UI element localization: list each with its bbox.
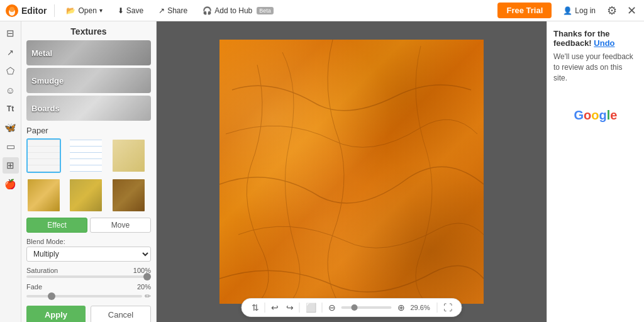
fullscreen-icon: ⛶ [443,303,452,313]
toolbar-divider-3 [322,303,323,313]
fade-slider-container: ✏ [26,292,151,301]
canvas-image[interactable] [219,40,484,304]
zoom-out-icon: ⊖ [328,303,336,313]
main-area: ⊟ ↗ ⬠ ☺ Tt 🦋 ▭ ⊞ 🍎 Textures [0,21,644,322]
pencil-icon[interactable]: ✏ [145,292,151,301]
texture-paper-brown[interactable] [111,178,146,213]
fade-slider[interactable] [26,295,142,297]
toolbar-divider-4 [437,303,438,313]
feedback-title: Thanks for the feedback! Undo [553,29,615,48]
left-toolbar: ⊟ ↗ ⬠ ☺ Tt 🦋 ▭ ⊞ 🍎 [0,21,21,322]
lasso-tool[interactable]: ⬠ [3,63,19,79]
close-button[interactable]: ✕ [625,3,639,19]
transform-tool[interactable]: ↗ [3,44,19,60]
zoom-label: 29.6% [411,304,433,311]
zoom-out-button[interactable]: ⊖ [326,301,338,314]
lasso-icon: ⬠ [6,65,14,77]
redo-button[interactable]: ↪ [284,301,296,314]
sidebar-panel: Textures Metal Smudge Boards Paper [21,21,157,322]
feedback-card: Thanks for the feedback! Undo We'll use … [553,29,638,83]
crop-button[interactable]: ⬜ [304,301,318,314]
undo-button[interactable]: ↩ [269,301,280,314]
divider-1 [54,4,55,17]
hub-icon: 🎧 [203,6,212,15]
texture-category-boards[interactable]: Boards [26,96,151,121]
bottom-toolbar: ⇅ ↩ ↪ ⬜ ⊖ ⊕ 29.6% ⛶ [242,298,462,317]
cancel-button[interactable]: Cancel [91,306,151,322]
paper-white-preview [28,140,60,172]
save-icon: ⬇ [118,6,124,15]
blend-mode-select[interactable]: Multiply Normal Screen Overlay [26,247,151,262]
texture-paper-gold2[interactable] [69,178,103,213]
texture-tool[interactable]: ⊞ [3,157,19,174]
undo-icon: ↩ [271,303,279,313]
fade-label-row: Fade 20% [26,283,151,291]
settings-button[interactable]: ⚙ [604,3,619,19]
toolbar-divider-1 [265,303,265,313]
app-logo: Editor [5,4,47,18]
texture-paper-gold1[interactable] [26,178,61,213]
beta-badge: Beta [257,7,274,14]
texture-category-metal[interactable]: Metal [26,40,151,65]
texture-category-smudge[interactable]: Smudge [26,68,151,93]
share-icon: ↗ [158,6,165,15]
texture-paper-grid[interactable] [69,138,103,173]
texture-paper-white[interactable] [26,138,61,173]
text-tool[interactable]: Tt [3,101,19,117]
tab-move[interactable]: Move [90,218,151,233]
paper-brown-preview [113,179,145,211]
zoom-in-button[interactable]: ⊕ [396,301,407,314]
feedback-body: We'll use your feedback to review ads on… [553,52,638,83]
adjustments-tool[interactable]: ⊟ [3,25,19,42]
topbar-right: 👤 Log in ⚙ ✕ [559,3,639,19]
blend-mode-control: Blend Mode: Multiply Normal Screen Overl… [26,238,151,262]
action-buttons: Apply Cancel [26,306,151,322]
texture-grid-row1 [26,138,151,173]
paper-gold1-preview [28,179,60,211]
app-name: Editor [21,6,47,16]
google-logo: Google [553,108,638,123]
redo-icon: ↪ [286,303,294,313]
fade-control: Fade 20% ✏ [26,283,151,301]
sidebar-scroll[interactable]: Metal Smudge Boards Paper [21,40,156,322]
saturation-control: Saturation 100% [26,267,151,278]
fade-value: 20% [137,283,151,291]
arrow-icon: ↗ [7,48,14,57]
fullscreen-button[interactable]: ⛶ [441,301,454,314]
effects-tool[interactable]: 🦋 [3,119,19,136]
saturation-slider-container [26,275,151,278]
share-button[interactable]: ↗ Share [155,4,191,17]
fade-label: Fade [26,283,42,291]
sticker-tool[interactable]: 🍎 [3,176,19,192]
sort-button[interactable]: ⇅ [250,301,261,314]
texture-overlay [219,40,484,304]
zoom-in-icon: ⊕ [397,303,405,313]
text-icon: Tt [7,104,14,113]
frame-tool[interactable]: ▭ [3,138,19,155]
paper-grid-preview [70,140,102,172]
crop-icon: ⬜ [306,303,316,313]
toolbar-divider-2 [299,303,300,313]
zoom-slider[interactable] [341,306,392,309]
login-button[interactable]: 👤 Log in [559,4,599,17]
texture-paper-cream[interactable] [111,138,146,173]
save-button[interactable]: ⬇ Save [114,4,147,17]
close-icon: ✕ [627,4,636,17]
open-button[interactable]: 📂 Open ▾ [62,4,106,17]
add-to-hub-button[interactable]: 🎧 Add to Hub Beta [199,4,277,17]
topbar: Editor 📂 Open ▾ ⬇ Save ↗ Share 🎧 Add to … [0,0,644,21]
tab-effect[interactable]: Effect [26,218,87,233]
svg-point-2 [9,7,14,12]
right-panel: Thanks for the feedback! Undo We'll use … [547,21,644,322]
paper-label: Paper [26,126,151,135]
free-trial-button[interactable]: Free Trial [497,3,552,18]
butterfly-icon: 🦋 [4,122,16,133]
saturation-slider[interactable] [26,275,151,278]
chevron-down-icon: ▾ [99,7,103,14]
rect-icon: ▭ [6,141,15,152]
apply-button[interactable]: Apply [26,306,86,322]
feedback-undo-link[interactable]: Undo [594,38,614,48]
face-tool[interactable]: ☺ [3,82,19,98]
paper-cream-preview [113,140,145,172]
paper-gold2-preview [70,179,102,211]
